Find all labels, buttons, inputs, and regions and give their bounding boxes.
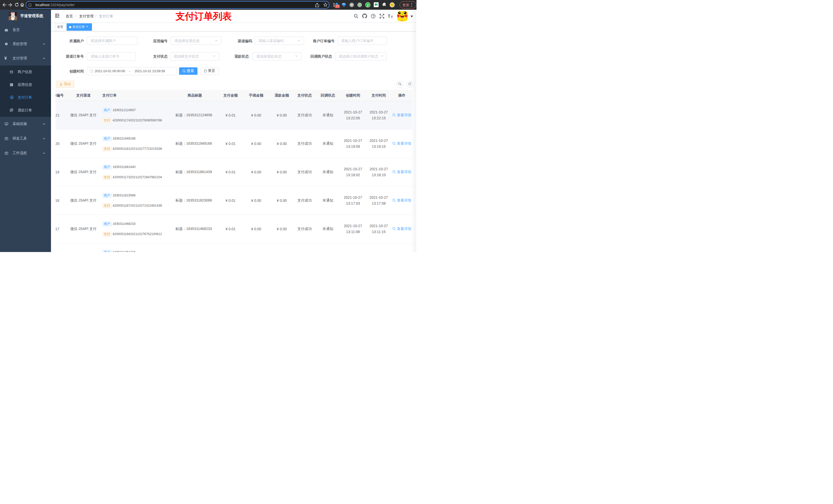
- svg-text:y: y: [367, 3, 369, 7]
- svg-text:⌘: ⌘: [351, 3, 353, 6]
